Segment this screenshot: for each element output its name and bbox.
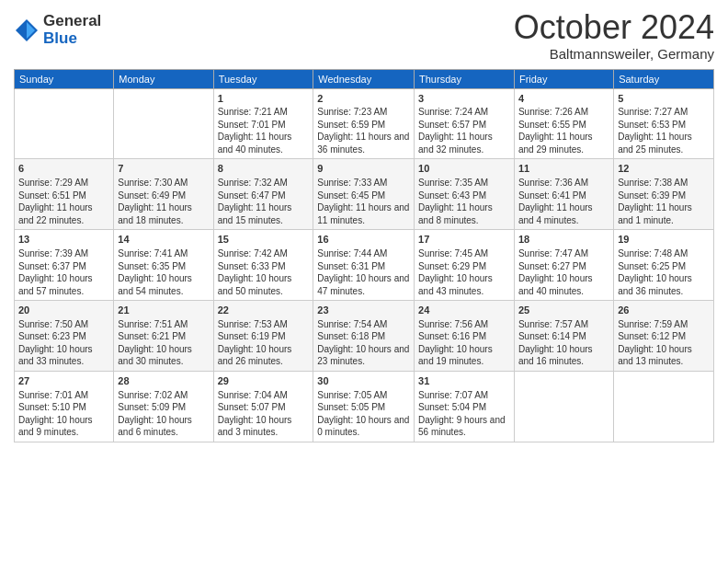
sunrise-text: Sunrise: 7:56 AM [418, 318, 510, 331]
daylight-text: Daylight: 10 hours and 16 minutes. [518, 343, 609, 368]
daylight-text: Daylight: 11 hours and 4 minutes. [518, 201, 609, 226]
sunrise-text: Sunrise: 7:53 AM [218, 318, 310, 331]
page: General Blue October 2024 Baltmannsweile… [0, 0, 728, 563]
daylight-text: Daylight: 10 hours and 23 minutes. [317, 343, 410, 368]
sunset-text: Sunset: 6:16 PM [418, 330, 510, 343]
calendar-cell: 14Sunrise: 7:41 AMSunset: 6:35 PMDayligh… [114, 230, 213, 301]
daylight-text: Daylight: 11 hours and 32 minutes. [418, 131, 510, 155]
day-number: 10 [418, 162, 510, 176]
sunrise-text: Sunrise: 7:07 AM [418, 389, 510, 402]
col-thursday: Thursday [415, 69, 515, 88]
sunrise-text: Sunrise: 7:05 AM [317, 389, 410, 402]
calendar-cell: 7Sunrise: 7:30 AMSunset: 6:49 PMDaylight… [114, 159, 213, 230]
sunset-text: Sunset: 6:25 PM [618, 260, 710, 273]
calendar-cell: 20Sunrise: 7:50 AMSunset: 6:23 PMDayligh… [15, 301, 114, 372]
calendar-cell: 1Sunrise: 7:21 AMSunset: 7:01 PMDaylight… [213, 88, 313, 159]
day-number: 20 [18, 304, 109, 317]
sunrise-text: Sunrise: 7:33 AM [317, 177, 410, 190]
sunset-text: Sunset: 6:35 PM [118, 260, 209, 273]
logo-general: General [43, 13, 101, 30]
day-number: 3 [418, 92, 510, 106]
calendar-cell: 31Sunrise: 7:07 AMSunset: 5:04 PMDayligh… [415, 371, 515, 442]
daylight-text: Daylight: 11 hours and 8 minutes. [418, 201, 510, 226]
sunset-text: Sunset: 6:12 PM [618, 330, 710, 343]
calendar-cell: 3Sunrise: 7:24 AMSunset: 6:57 PMDaylight… [415, 88, 515, 159]
daylight-text: Daylight: 10 hours and 40 minutes. [518, 272, 609, 297]
daylight-text: Daylight: 10 hours and 3 minutes. [218, 414, 310, 439]
calendar-cell [15, 88, 114, 159]
daylight-text: Daylight: 11 hours and 22 minutes. [18, 201, 109, 226]
calendar-cell: 24Sunrise: 7:56 AMSunset: 6:16 PMDayligh… [415, 301, 515, 372]
header-row: Sunday Monday Tuesday Wednesday Thursday… [15, 69, 714, 88]
logo-text: General Blue [43, 13, 101, 47]
sunset-text: Sunset: 6:14 PM [518, 330, 609, 343]
sunset-text: Sunset: 5:07 PM [218, 401, 310, 414]
day-number: 24 [418, 304, 510, 317]
daylight-text: Daylight: 10 hours and 26 minutes. [218, 343, 310, 368]
day-number: 22 [218, 304, 310, 317]
table-row: 20Sunrise: 7:50 AMSunset: 6:23 PMDayligh… [15, 301, 714, 372]
month-title: October 2024 [514, 9, 714, 46]
sunrise-text: Sunrise: 7:47 AM [518, 247, 609, 260]
sunset-text: Sunset: 6:23 PM [18, 330, 109, 343]
calendar-cell: 17Sunrise: 7:45 AMSunset: 6:29 PMDayligh… [415, 230, 515, 301]
day-number: 15 [218, 233, 310, 247]
sunrise-text: Sunrise: 7:21 AM [218, 106, 310, 119]
sunset-text: Sunset: 5:09 PM [118, 401, 209, 414]
calendar-cell: 6Sunrise: 7:29 AMSunset: 6:51 PMDaylight… [15, 159, 114, 230]
calendar-cell: 25Sunrise: 7:57 AMSunset: 6:14 PMDayligh… [514, 301, 613, 372]
day-number: 1 [218, 92, 310, 106]
sunrise-text: Sunrise: 7:32 AM [218, 177, 310, 190]
sunset-text: Sunset: 6:45 PM [317, 190, 410, 202]
day-number: 19 [618, 233, 710, 247]
calendar-cell: 27Sunrise: 7:01 AMSunset: 5:10 PMDayligh… [15, 371, 114, 442]
daylight-text: Daylight: 10 hours and 30 minutes. [118, 343, 209, 368]
calendar-cell: 16Sunrise: 7:44 AMSunset: 6:31 PMDayligh… [313, 230, 415, 301]
calendar-cell: 30Sunrise: 7:05 AMSunset: 5:05 PMDayligh… [313, 371, 415, 442]
calendar-cell: 4Sunrise: 7:26 AMSunset: 6:55 PMDaylight… [514, 88, 613, 159]
sunset-text: Sunset: 5:05 PM [317, 401, 410, 414]
day-number: 31 [418, 374, 510, 388]
sunset-text: Sunset: 6:57 PM [418, 119, 510, 132]
sunrise-text: Sunrise: 7:02 AM [118, 389, 209, 402]
day-number: 16 [317, 233, 410, 247]
title-block: October 2024 Baltmannsweiler, Germany [514, 9, 714, 62]
daylight-text: Daylight: 10 hours and 57 minutes. [18, 272, 109, 297]
logo: General Blue [14, 13, 101, 47]
table-row: 27Sunrise: 7:01 AMSunset: 5:10 PMDayligh… [15, 371, 714, 442]
calendar-cell: 26Sunrise: 7:59 AMSunset: 6:12 PMDayligh… [614, 301, 714, 372]
daylight-text: Daylight: 10 hours and 43 minutes. [418, 272, 510, 297]
sunrise-text: Sunrise: 7:04 AM [218, 389, 310, 402]
day-number: 7 [118, 162, 209, 176]
sunrise-text: Sunrise: 7:29 AM [18, 177, 109, 190]
calendar-cell: 5Sunrise: 7:27 AMSunset: 6:53 PMDaylight… [614, 88, 714, 159]
sunset-text: Sunset: 6:55 PM [518, 119, 609, 132]
calendar-cell: 9Sunrise: 7:33 AMSunset: 6:45 PMDaylight… [313, 159, 415, 230]
sunrise-text: Sunrise: 7:41 AM [118, 247, 209, 260]
sunset-text: Sunset: 6:59 PM [317, 119, 410, 132]
sunrise-text: Sunrise: 7:51 AM [118, 318, 209, 331]
table-row: 1Sunrise: 7:21 AMSunset: 7:01 PMDaylight… [15, 88, 714, 159]
day-number: 30 [317, 374, 410, 388]
calendar-cell: 29Sunrise: 7:04 AMSunset: 5:07 PMDayligh… [213, 371, 313, 442]
daylight-text: Daylight: 10 hours and 47 minutes. [317, 272, 410, 297]
day-number: 5 [618, 92, 710, 106]
daylight-text: Daylight: 10 hours and 54 minutes. [118, 272, 209, 297]
calendar-cell: 2Sunrise: 7:23 AMSunset: 6:59 PMDaylight… [313, 88, 415, 159]
day-number: 29 [218, 374, 310, 388]
calendar: Sunday Monday Tuesday Wednesday Thursday… [14, 69, 714, 442]
daylight-text: Daylight: 11 hours and 11 minutes. [317, 201, 410, 226]
daylight-text: Daylight: 10 hours and 6 minutes. [118, 414, 209, 439]
sunrise-text: Sunrise: 7:57 AM [518, 318, 609, 331]
day-number: 27 [18, 374, 109, 388]
sunrise-text: Sunrise: 7:30 AM [118, 177, 209, 190]
logo-icon [14, 17, 40, 43]
col-monday: Monday [114, 69, 213, 88]
sunset-text: Sunset: 6:51 PM [18, 190, 109, 202]
col-friday: Friday [514, 69, 613, 88]
calendar-cell: 10Sunrise: 7:35 AMSunset: 6:43 PMDayligh… [415, 159, 515, 230]
calendar-cell: 23Sunrise: 7:54 AMSunset: 6:18 PMDayligh… [313, 301, 415, 372]
sunset-text: Sunset: 6:31 PM [317, 260, 410, 273]
sunset-text: Sunset: 6:53 PM [618, 119, 710, 132]
calendar-cell: 15Sunrise: 7:42 AMSunset: 6:33 PMDayligh… [213, 230, 313, 301]
